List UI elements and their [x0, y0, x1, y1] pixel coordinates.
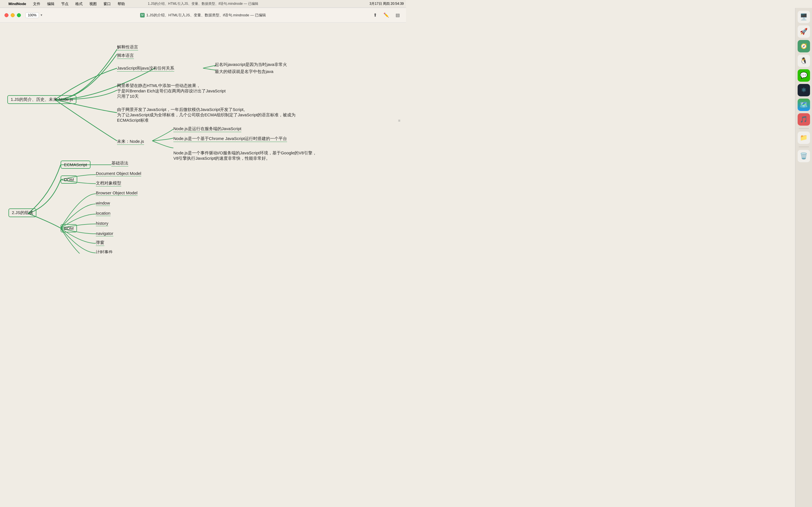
node-java-note2[interactable]: 最大的错误就是名字中包含java — [215, 69, 273, 74]
expand-indicator: ≡ — [398, 118, 400, 123]
node-dom[interactable]: DOM — [61, 175, 77, 184]
node-dom-full[interactable]: Document Object Model — [96, 171, 141, 176]
menubar-time: 3月17日 周四 20:54:39 — [370, 1, 404, 6]
titlebar: ▼ M 1.JS的介绍、HTML引入JS、变量、数据类型、if语句.mindno… — [0, 8, 406, 22]
menubar: MindNode 文件 编辑 节点 格式 视图 窗口 帮助 1.JS的介绍、HT… — [0, 0, 406, 8]
node-future2[interactable]: Node.js是一个基于Chrome JavaScript运行时搭建的一个平台 — [173, 136, 287, 142]
main-canvas: 1.JS的简介、历史、未来-Node.js 解释性语言 脚本语言 JavaScr… — [0, 22, 406, 253]
zoom-control: ▼ — [26, 12, 43, 18]
node-bom-label: BOM — [64, 226, 73, 231]
node-dom-label: DOM — [64, 177, 74, 182]
sidebar-toggle[interactable]: ▤ — [394, 11, 402, 19]
node-navigator-label: navigator — [96, 231, 113, 236]
menubar-right: 3月17日 周四 20:54:39 — [370, 1, 404, 6]
menu-file[interactable]: 文件 — [31, 1, 42, 7]
node-dialog-label: 弹窗 — [96, 240, 104, 246]
titlebar-actions: ⬆ ✏️ ▤ — [371, 11, 402, 19]
menu-window[interactable]: 窗口 — [102, 1, 112, 7]
node-netscape-label: 网景希望在静态HTML中添加一些动态效果， 于是叫Brendan Eich这哥们… — [117, 83, 225, 99]
root1-label: 1.JS的简介、历史、未来-Node.js — [11, 97, 73, 102]
node-ecma-label: 由于网景开发了JavaScript，一年后微软模仿JavaScript开发了Sc… — [117, 107, 296, 122]
mindnode-file-icon: M — [140, 13, 145, 17]
node-ecmascript[interactable]: ECMAScript — [61, 161, 91, 169]
node-future3[interactable]: Node.js是一个事件驱动I/O服务端的JavaScript环境，基于Goog… — [173, 146, 317, 161]
node-history-label: history — [96, 221, 108, 226]
node-ecmascript-label: ECMAScript — [64, 162, 87, 167]
node-ecma[interactable]: 由于网景开发了JavaScript，一年后微软模仿JavaScript开发了Sc… — [117, 102, 296, 123]
node-java-note2-label: 最大的错误就是名字中包含java — [215, 69, 273, 74]
node-basic-syntax-label: 基础语法 — [111, 161, 128, 166]
node-window[interactable]: window — [96, 201, 110, 206]
node-dom-cn-label: 文档对象模型 — [96, 180, 121, 186]
node-dialog[interactable]: 弹窗 — [96, 240, 104, 246]
node-interpretive[interactable]: 解释性语言 — [117, 45, 138, 50]
filename-text: 1.JS的介绍、HTML引入JS、变量、数据类型、if语句.mindnode —… — [146, 13, 266, 18]
node-java-note1[interactable]: 起名叫javascript是因为当时java非常火 — [215, 62, 287, 67]
node-bom-full[interactable]: Browser Object Model — [96, 190, 138, 196]
menu-format[interactable]: 格式 — [73, 1, 84, 7]
node-history[interactable]: history — [96, 221, 108, 226]
node-dom-full-label: Document Object Model — [96, 171, 141, 176]
share-button[interactable]: ⬆ — [371, 11, 379, 19]
node-basic-syntax[interactable]: 基础语法 — [111, 161, 128, 166]
close-button[interactable] — [4, 13, 8, 17]
root-node-1[interactable]: 1.JS的简介、历史、未来-Node.js — [7, 95, 77, 104]
node-netscape[interactable]: 网景希望在静态HTML中添加一些动态效果， 于是叫Brendan Eich这哥们… — [117, 78, 225, 99]
edit-button[interactable]: ✏️ — [382, 11, 390, 19]
node-java-note1-label: 起名叫javascript是因为当时java非常火 — [215, 62, 287, 67]
root-node-2[interactable]: 2.JS的组成 — [8, 209, 36, 217]
menubar-left: MindNode 文件 编辑 节点 格式 视图 窗口 帮助 — [2, 1, 126, 7]
menubar-filename: 1.JS的介绍、HTML引入JS、变量、数据类型、if语句.mindnode —… — [148, 1, 258, 6]
titlebar-filename: M 1.JS的介绍、HTML引入JS、变量、数据类型、if语句.mindnode… — [140, 13, 266, 18]
node-future3-label: Node.js是一个事件驱动I/O服务端的JavaScript环境，基于Goog… — [173, 151, 317, 161]
node-script-label: 脚本语言 — [117, 53, 134, 59]
menu-node[interactable]: 节点 — [59, 1, 70, 7]
menu-view[interactable]: 视图 — [88, 1, 98, 7]
node-future-label-text: 未来：Node.js — [117, 139, 144, 145]
app-name[interactable]: MindNode — [7, 1, 28, 6]
node-interpretive-label: 解释性语言 — [117, 45, 138, 50]
minimize-button[interactable] — [11, 13, 15, 17]
node-bom[interactable]: BOM — [61, 224, 77, 232]
node-location[interactable]: location — [96, 211, 110, 216]
menubar-center: 1.JS的介绍、HTML引入JS、变量、数据类型、if语句.mindnode —… — [148, 1, 258, 6]
node-bom-full-label: Browser Object Model — [96, 190, 138, 196]
node-script[interactable]: 脚本语言 — [117, 53, 134, 59]
node-java-relation-label: JavaScript和java没有任何关系 — [117, 66, 174, 71]
node-window-label: window — [96, 201, 110, 206]
node-java-relation[interactable]: JavaScript和java没有任何关系 — [117, 66, 174, 71]
traffic-lights — [4, 13, 21, 17]
node-future-label[interactable]: 未来：Node.js — [117, 139, 144, 145]
node-future1[interactable]: Node.js是运行在服务端的JavaScript — [173, 126, 241, 132]
fullscreen-button[interactable] — [17, 13, 21, 17]
node-timer-label: 计时事件 — [96, 249, 113, 253]
node-timer[interactable]: 计时事件 — [96, 249, 113, 253]
node-future2-label: Node.js是一个基于Chrome JavaScript运行时搭建的一个平台 — [173, 136, 287, 142]
node-navigator[interactable]: navigator — [96, 231, 113, 236]
zoom-input[interactable] — [26, 12, 39, 18]
zoom-chevron[interactable]: ▼ — [40, 13, 43, 17]
menu-edit[interactable]: 编辑 — [45, 1, 56, 7]
node-dom-cn[interactable]: 文档对象模型 — [96, 180, 121, 186]
menu-help[interactable]: 帮助 — [116, 1, 126, 7]
node-location-label: location — [96, 211, 110, 216]
root2-label: 2.JS的组成 — [12, 210, 33, 215]
node-future1-label: Node.js是运行在服务端的JavaScript — [173, 126, 241, 132]
